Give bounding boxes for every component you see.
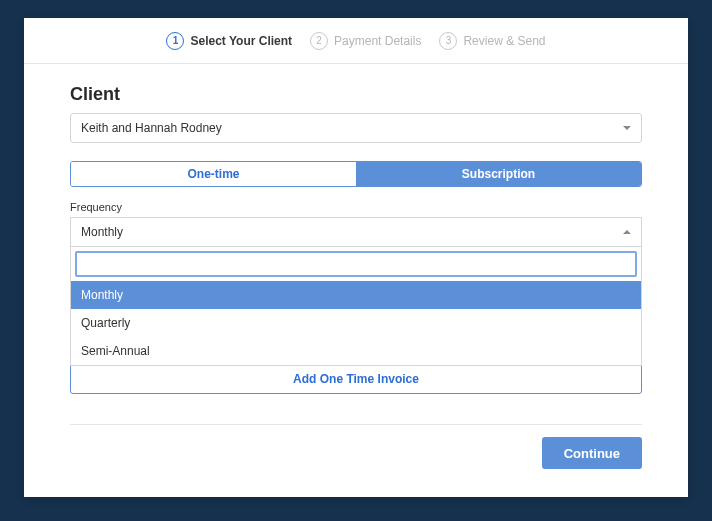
step-label: Select Your Client — [190, 34, 292, 48]
step-number: 3 — [439, 32, 457, 50]
client-select-value: Keith and Hannah Rodney — [81, 121, 222, 135]
continue-button[interactable]: Continue — [542, 437, 642, 469]
stepper: 1 Select Your Client 2 Payment Details 3… — [24, 18, 688, 64]
frequency-option-semiannual[interactable]: Semi-Annual — [71, 337, 641, 365]
step-payment-details[interactable]: 2 Payment Details — [310, 32, 421, 50]
step-label: Review & Send — [463, 34, 545, 48]
chevron-up-icon — [623, 230, 631, 234]
add-one-time-invoice-button[interactable]: Add One Time Invoice — [70, 364, 642, 394]
frequency-field: Monthly Monthly Quarterly Semi-Annual — [70, 217, 642, 247]
footer-actions: Continue — [70, 424, 642, 469]
chevron-down-icon — [623, 126, 631, 130]
client-section-title: Client — [70, 84, 642, 105]
frequency-option-quarterly[interactable]: Quarterly — [71, 309, 641, 337]
frequency-option-monthly[interactable]: Monthly — [71, 281, 641, 309]
frequency-select[interactable]: Monthly — [70, 217, 642, 247]
payment-type-toggle: One-time Subscription — [70, 161, 642, 187]
frequency-select-value: Monthly — [81, 225, 123, 239]
step-review-send[interactable]: 3 Review & Send — [439, 32, 545, 50]
client-select[interactable]: Keith and Hannah Rodney — [70, 113, 642, 143]
toggle-subscription[interactable]: Subscription — [356, 162, 641, 186]
dropdown-search-input[interactable] — [75, 251, 637, 277]
main-panel: 1 Select Your Client 2 Payment Details 3… — [24, 18, 688, 497]
step-select-client[interactable]: 1 Select Your Client — [166, 32, 292, 50]
toggle-onetime[interactable]: One-time — [71, 162, 356, 186]
step-label: Payment Details — [334, 34, 421, 48]
dropdown-search-wrap — [71, 247, 641, 281]
frequency-label: Frequency — [70, 201, 642, 213]
step-number: 2 — [310, 32, 328, 50]
content-area: Client Keith and Hannah Rodney One-time … — [24, 64, 688, 469]
step-number: 1 — [166, 32, 184, 50]
frequency-dropdown: Monthly Quarterly Semi-Annual — [70, 247, 642, 366]
